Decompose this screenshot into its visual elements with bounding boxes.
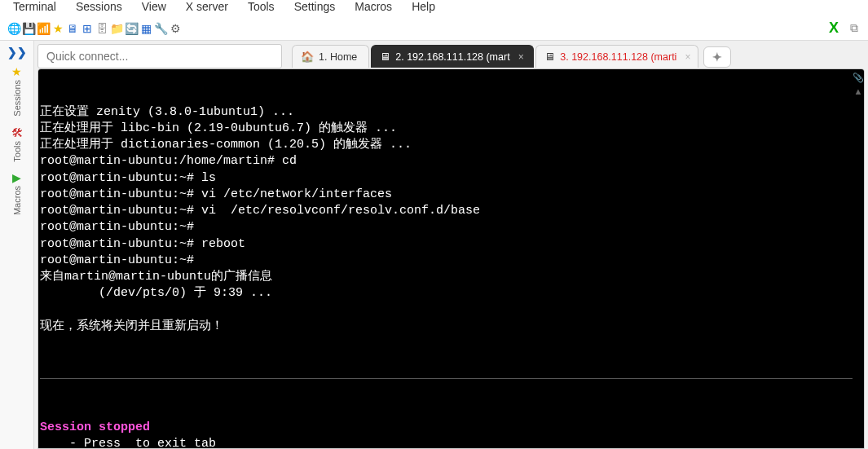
content-column: 🏠1. Home🖥2. 192.168.111.128 (mart×🖥3. 19… [34, 41, 868, 449]
menu-settings[interactable]: Settings [294, 0, 336, 13]
close-app-icon[interactable]: X [829, 20, 839, 37]
tab-3[interactable]: 🖥3. 192.168.111.128 (marti× [535, 45, 698, 68]
left-sidebar: ❯❯ ★Sessions🛠Tools▶Macros [0, 41, 34, 449]
terminal-divider [40, 378, 853, 379]
tab-close-icon[interactable]: × [685, 51, 690, 63]
terminal-right-gutter: 📎 ▲ [853, 69, 864, 449]
toolbar: 🌐💾📶★🖥⊞🗄📁🔄▦🔧⚙ X ⧉ [0, 16, 868, 41]
gutter-pin-icon[interactable]: 📎 [853, 73, 864, 83]
menu-sessions[interactable]: Sessions [76, 0, 122, 13]
menu-terminal[interactable]: Terminal [13, 0, 56, 13]
windows-icon[interactable]: ⊞ [80, 21, 95, 36]
server-icon[interactable]: 🗄 [95, 21, 109, 36]
tab-label: 3. 192.168.111.128 (marti [560, 51, 676, 63]
grid-icon[interactable]: ▦ [139, 21, 153, 36]
sidebar-collapse-icon[interactable]: ❯❯ [7, 46, 27, 59]
new-tab-button[interactable]: ✦ [703, 46, 731, 68]
star-icon[interactable]: ★ [51, 21, 65, 36]
menu-help[interactable]: Help [412, 0, 435, 13]
tab-2[interactable]: 🖥2. 192.168.111.128 (mart× [371, 45, 534, 68]
menubar: TerminalSessionsViewX serverToolsSetting… [0, 0, 868, 16]
tabbar: 🏠1. Home🖥2. 192.168.111.128 (mart×🖥3. 19… [292, 45, 865, 68]
quickconnect-row: 🏠1. Home🖥2. 192.168.111.128 (mart×🖥3. 19… [34, 41, 868, 68]
sidebar-label: Sessions [12, 80, 22, 117]
session-stopped-header: Session stopped [40, 420, 853, 436]
main-row: ❯❯ ★Sessions🛠Tools▶Macros 🏠1. Home🖥2. 19… [0, 41, 868, 449]
folder-icon[interactable]: 📁 [109, 21, 124, 36]
gear-icon[interactable]: ⚙ [168, 21, 183, 36]
session-stopped-line: - Press to exit tab [40, 436, 853, 449]
signal-icon[interactable]: 📶 [36, 21, 51, 36]
sidebar-group-tools[interactable]: 🛠Tools [11, 126, 23, 162]
menu-view[interactable]: View [142, 0, 166, 13]
terminal-icon: 🖥 [380, 51, 390, 63]
gutter-up-icon[interactable]: ▲ [854, 86, 863, 96]
sidebar-label: Macros [12, 186, 22, 215]
session-stopped-block: Session stopped - Press to exit tab - Pr… [40, 420, 853, 449]
terminal[interactable]: 正在设置 zenity (3.8.0-1ubuntu1) ... 正在处理用于 … [38, 69, 853, 449]
terminal-lines: 正在设置 zenity (3.8.0-1ubuntu1) ... 正在处理用于 … [40, 104, 853, 336]
sidebar-group-sessions[interactable]: ★Sessions [11, 65, 22, 117]
wrench-icon[interactable]: 🔧 [153, 21, 168, 36]
menu-macros[interactable]: Macros [355, 0, 392, 13]
tools-icon: 🛠 [11, 126, 23, 139]
terminal-icon: 🏠 [301, 51, 314, 63]
tab-label: 2. 192.168.111.128 (mart [395, 51, 509, 63]
tab-close-icon[interactable]: × [518, 51, 524, 63]
macros-icon: ▶ [12, 171, 21, 184]
terminal-icon: 🖥 [544, 51, 555, 63]
monitor-icon[interactable]: 🖥 [65, 21, 80, 36]
terminal-wrap: 正在设置 zenity (3.8.0-1ubuntu1) ... 正在处理用于 … [37, 68, 865, 449]
sidebar-group-macros[interactable]: ▶Macros [12, 171, 22, 215]
save-icon[interactable]: 💾 [21, 21, 36, 36]
refresh-icon[interactable]: 🔄 [124, 21, 139, 36]
restore-icon[interactable]: ⧉ [847, 21, 861, 36]
sidebar-label: Tools [12, 141, 22, 162]
menu-x-server[interactable]: X server [186, 0, 228, 13]
toolbar-icons: 🌐💾📶★🖥⊞🗄📁🔄▦🔧⚙ [7, 21, 183, 36]
menu-tools[interactable]: Tools [248, 0, 275, 13]
globe-icon[interactable]: 🌐 [7, 21, 21, 36]
tab-1[interactable]: 🏠1. Home [292, 45, 369, 68]
quick-connect-input[interactable] [37, 44, 282, 68]
tab-label: 1. Home [319, 51, 357, 63]
sessions-icon: ★ [11, 65, 22, 78]
